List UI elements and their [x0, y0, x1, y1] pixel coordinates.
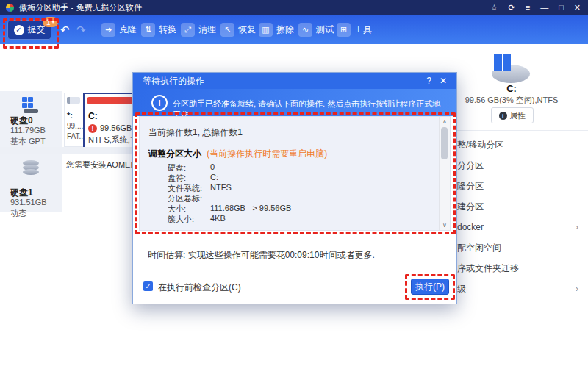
properties-button[interactable]: i 属性 [491, 107, 534, 123]
menu-item-create-partition[interactable]: 建分区 [457, 199, 581, 214]
pending-operations-badge[interactable]: 1 ▾ [43, 17, 58, 27]
dialog-footer-divider [133, 273, 456, 273]
submit-button-label: 提交 [28, 24, 46, 36]
minimize-icon[interactable]: — [540, 4, 548, 12]
check-partitions-label[interactable]: 在执行前检查分区(C) [158, 281, 241, 294]
toolbar-item-recover[interactable]: ↖ 恢复 [220, 23, 256, 37]
scrollbar[interactable]: ∧ ∨ [439, 117, 450, 230]
toolbar-item-erase[interactable]: ▥ 擦除 [259, 23, 294, 37]
selected-drive-info: 99.56 GB(3% 空闲),NTFS [434, 95, 588, 106]
toolbar-item-label: 工具 [354, 24, 372, 36]
disk-card-0[interactable]: 硬盘0 111.79GB 基本 GPT [0, 91, 62, 147]
partition-size: 99.... [67, 122, 83, 130]
toolbar: ✓ 提交 1 ▾ ↶ ↷ ➜ 克隆 ⇅ 转换 ⤢ 清理 ↖ 恢复 ▥ 擦除 [0, 15, 588, 44]
field-value: 0 [210, 162, 215, 171]
execute-button[interactable]: 执行(P) [411, 279, 449, 295]
menu-item-advanced[interactable]: 级 › [457, 281, 581, 296]
recover-icon: ↖ [220, 23, 234, 37]
disk-size: 111.79GB [10, 126, 46, 134]
menu-item-allocate-free-space[interactable]: 配空闲空间 [457, 240, 581, 255]
selected-partition-icon [487, 53, 533, 84]
toolbar-item-test[interactable]: ∿ 测试 [298, 23, 334, 37]
partition-label: *: [67, 111, 73, 120]
disk-type: 动态 [10, 208, 26, 219]
field-value: 111.68GB => 99.56GB [210, 204, 291, 212]
toolbar-item-convert[interactable]: ⇅ 转换 [141, 23, 176, 37]
clone-icon: ➜ [101, 23, 115, 37]
toolbar-item-tools[interactable]: ⊞ 工具 [337, 23, 372, 37]
app-window: 傲梅分区助手 - 免费无损分区软件 ☆ ⟳ ≡ — □ ✕ ✓ 提交 1 ▾ ↶… [0, 0, 588, 366]
scroll-down-icon[interactable]: ∨ [440, 222, 450, 229]
partition-label: C: [88, 111, 98, 121]
favorite-star-icon[interactable]: ☆ [491, 4, 498, 12]
operation-name: 调整分区大小 [148, 148, 201, 159]
update-refresh-icon[interactable]: ⟳ [508, 4, 514, 12]
menu-item-app-folder-mover[interactable]: 序或文件夹迁移 [457, 261, 581, 276]
chevron-right-icon: › [576, 284, 578, 294]
toolbar-item-label: 测试 [316, 24, 334, 36]
disk-size: 931.51GB [10, 198, 47, 207]
undo-icon[interactable]: ↶ [60, 24, 70, 35]
menu-item-label: docker [457, 222, 484, 232]
disk-type: 基本 GPT [10, 136, 46, 147]
toolbar-item-clone[interactable]: ➜ 克隆 [101, 23, 137, 37]
toolbar-item-clean[interactable]: ⤢ 清理 [181, 23, 216, 37]
field-value: C: [210, 173, 218, 182]
partition-fs: NTFS,系统,主 [88, 134, 138, 146]
dialog-titlebar: 等待执行的操作 [133, 73, 456, 89]
menu-item-split-partition[interactable]: 分分区 [457, 158, 581, 173]
field-label: 盘符: [168, 173, 186, 184]
caret-down-icon: ▾ [52, 19, 55, 25]
app-logo-icon [6, 4, 14, 12]
menu-item-docker[interactable]: docker › [457, 220, 581, 234]
toolbar-item-label: 转换 [159, 24, 176, 36]
toolbar-item-label: 克隆 [119, 24, 137, 36]
scroll-up-icon[interactable]: ∧ [440, 118, 450, 125]
operations-summary: 当前操作数1, 总操作数1 [148, 126, 243, 139]
basic-disk-icon [22, 97, 40, 113]
convert-icon: ⇅ [141, 23, 155, 37]
field-value: 4KB [210, 214, 226, 223]
partition-usage-bar [67, 97, 80, 104]
field-label: 簇大小: [168, 214, 194, 225]
menu-item-resize-move-partition[interactable]: 整/移动分区 [457, 137, 581, 152]
maximize-icon[interactable]: □ [559, 4, 564, 12]
check-partitions-checkbox[interactable]: ✓ [143, 281, 153, 291]
operation-restart-note: (当前操作执行时需要重启电脑) [207, 148, 327, 159]
partition-block-efi[interactable]: *: 99.... FAT... [64, 93, 84, 147]
field-label: 文件系统: [168, 183, 202, 194]
erase-icon: ▥ [259, 23, 273, 37]
badge-count: 1 [46, 18, 51, 26]
dialog-help-icon[interactable]: ? [426, 76, 431, 86]
chevron-right-icon: › [576, 222, 578, 232]
dynamic-disk-icon [23, 160, 39, 175]
toolbar-item-label: 擦除 [276, 24, 294, 36]
window-title: 傲梅分区助手 - 免费无损分区软件 [19, 2, 142, 13]
check-circle-icon: ✓ [14, 25, 24, 35]
redo-icon[interactable]: ↷ [76, 24, 86, 35]
clean-icon: ⤢ [181, 23, 195, 37]
field-label: 硬盘: [168, 162, 186, 173]
panel-divider [434, 130, 588, 131]
properties-label: 属性 [510, 110, 526, 121]
menu-item-label: 整/移动分区 [457, 139, 503, 151]
dialog-title: 等待执行的操作 [143, 75, 204, 87]
time-estimate: 时间估算: 实现这些操作可能需要花00:09:10时间或者更多. [148, 249, 375, 262]
disk-card-1[interactable]: 硬盘1 931.51GB 动态 [0, 154, 62, 212]
menu-item-label: 级 [457, 283, 466, 295]
menu-item-label: 配空闲空间 [457, 242, 501, 254]
scrollbar-thumb[interactable] [441, 127, 448, 159]
field-label: 大小: [168, 204, 186, 215]
menu-item-label: 分分区 [457, 159, 484, 172]
dialog-close-icon[interactable]: ✕ [440, 76, 447, 86]
toolbar-separator [93, 24, 93, 36]
info-circle-icon: i [499, 112, 507, 120]
window-titlebar: 傲梅分区助手 - 免费无损分区软件 ☆ ⟳ ≡ — □ ✕ [0, 0, 588, 15]
main-menu-icon[interactable]: ≡ [526, 4, 530, 12]
warning-icon: ! [88, 124, 97, 133]
close-icon[interactable]: ✕ [574, 4, 581, 12]
execute-button-label: 执行(P) [415, 281, 445, 293]
menu-item-clone-partition[interactable]: 隆分区 [457, 179, 581, 193]
test-icon: ∿ [298, 23, 312, 37]
info-icon: i [151, 95, 168, 111]
